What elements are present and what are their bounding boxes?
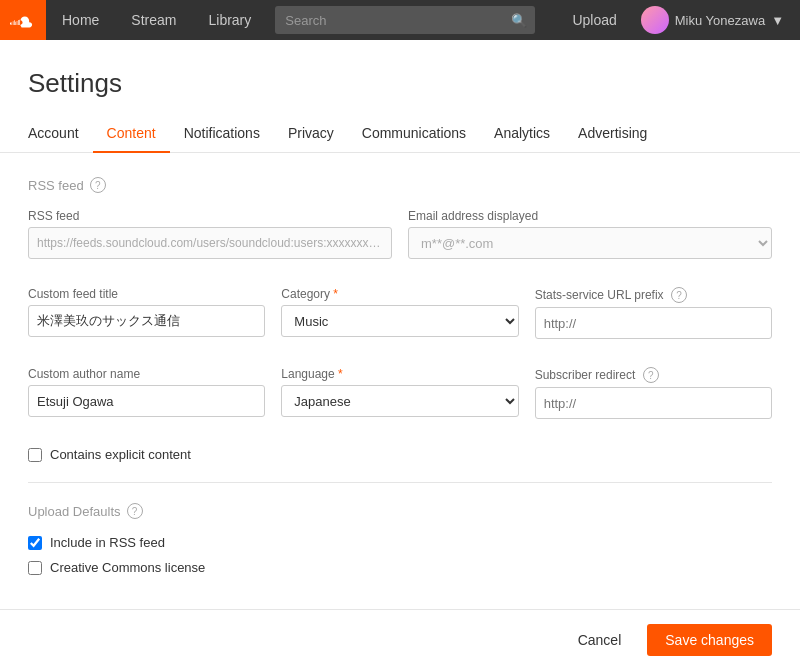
author-language-redirect-row: Custom author name Language * Japanese E… <box>28 367 772 433</box>
nav-library[interactable]: Library <box>192 0 267 40</box>
cancel-button[interactable]: Cancel <box>566 624 634 656</box>
custom-author-input[interactable] <box>28 385 265 417</box>
rss-section-title: RSS feed <box>28 178 84 193</box>
tab-privacy[interactable]: Privacy <box>274 115 348 153</box>
explicit-content-label-text: Contains explicit content <box>50 447 191 462</box>
nav-stream[interactable]: Stream <box>115 0 192 40</box>
tab-advertising[interactable]: Advertising <box>564 115 661 153</box>
custom-author-label: Custom author name <box>28 367 265 381</box>
tab-analytics[interactable]: Analytics <box>480 115 564 153</box>
upload-defaults-title: Upload Defaults <box>28 504 121 519</box>
category-group: Category * Music Arts Business Comedy Ed… <box>281 287 518 339</box>
search-icon: 🔍 <box>511 13 527 28</box>
include-rss-label-text: Include in RSS feed <box>50 535 165 550</box>
soundcloud-logo[interactable] <box>0 0 46 40</box>
username-label: Miku Yonezawa <box>675 13 765 28</box>
upload-button[interactable]: Upload <box>556 12 632 28</box>
custom-feed-title-group: Custom feed title <box>28 287 265 339</box>
language-label: Language * <box>281 367 518 381</box>
nav-links: Home Stream Library <box>46 0 267 40</box>
rss-url-email-row: RSS feed Email address displayed m**@**.… <box>28 209 772 273</box>
explicit-content-checkbox-label[interactable]: Contains explicit content <box>28 447 772 462</box>
language-group: Language * Japanese English German Frenc… <box>281 367 518 419</box>
nav-right: Upload Miku Yonezawa ▼ <box>556 0 800 40</box>
tab-content[interactable]: Content <box>93 115 170 153</box>
stats-url-label: Stats-service URL prefix ? <box>535 287 772 303</box>
subscriber-redirect-input[interactable] <box>535 387 772 419</box>
section-divider <box>28 482 772 483</box>
creative-commons-checkbox-label[interactable]: Creative Commons license <box>28 560 772 575</box>
title-category-stats-row: Custom feed title Category * Music Arts … <box>28 287 772 353</box>
subscriber-redirect-group: Subscriber redirect ? <box>535 367 772 419</box>
category-select[interactable]: Music Arts Business Comedy Education Tec… <box>281 305 518 337</box>
main-content: Settings Account Content Notifications P… <box>0 40 800 659</box>
rss-help-icon[interactable]: ? <box>90 177 106 193</box>
email-select-wrapper: m**@**.com <box>408 227 772 259</box>
settings-body: RSS feed ? RSS feed Email address displa… <box>0 153 800 609</box>
nav-home[interactable]: Home <box>46 0 115 40</box>
search-bar: 🔍 <box>275 6 535 34</box>
upload-defaults-header: Upload Defaults ? <box>28 503 772 519</box>
user-menu[interactable]: Miku Yonezawa ▼ <box>633 6 792 34</box>
email-address-field-group: Email address displayed m**@**.com <box>408 209 772 259</box>
include-rss-checkbox[interactable] <box>28 536 42 550</box>
creative-commons-checkbox[interactable] <box>28 561 42 575</box>
stats-url-help-icon[interactable]: ? <box>671 287 687 303</box>
page-title: Settings <box>28 68 772 99</box>
stats-url-group: Stats-service URL prefix ? <box>535 287 772 339</box>
search-input[interactable] <box>275 6 535 34</box>
tab-notifications[interactable]: Notifications <box>170 115 274 153</box>
top-navigation: Home Stream Library 🔍 Upload Miku Yoneza… <box>0 0 800 40</box>
subscriber-redirect-help-icon[interactable]: ? <box>643 367 659 383</box>
custom-feed-title-label: Custom feed title <box>28 287 265 301</box>
email-address-select[interactable]: m**@**.com <box>408 227 772 259</box>
user-avatar <box>641 6 669 34</box>
tab-communications[interactable]: Communications <box>348 115 480 153</box>
rss-feed-field-group: RSS feed <box>28 209 392 259</box>
include-rss-checkbox-label[interactable]: Include in RSS feed <box>28 535 772 550</box>
rss-feed-section-header: RSS feed ? <box>28 177 772 193</box>
save-changes-button[interactable]: Save changes <box>647 624 772 656</box>
email-address-label: Email address displayed <box>408 209 772 223</box>
chevron-down-icon: ▼ <box>771 13 784 28</box>
rss-feed-input[interactable] <box>28 227 392 259</box>
custom-feed-title-input[interactable] <box>28 305 265 337</box>
creative-commons-label-text: Creative Commons license <box>50 560 205 575</box>
explicit-content-checkbox[interactable] <box>28 448 42 462</box>
settings-tabs: Account Content Notifications Privacy Co… <box>0 115 800 153</box>
settings-header: Settings <box>0 40 800 99</box>
language-select[interactable]: Japanese English German French Spanish <box>281 385 518 417</box>
settings-footer: Cancel Save changes <box>0 609 800 659</box>
rss-feed-label: RSS feed <box>28 209 392 223</box>
upload-defaults-help-icon[interactable]: ? <box>127 503 143 519</box>
subscriber-redirect-label: Subscriber redirect ? <box>535 367 772 383</box>
custom-author-group: Custom author name <box>28 367 265 419</box>
tab-account[interactable]: Account <box>28 115 93 153</box>
stats-url-input[interactable] <box>535 307 772 339</box>
category-label: Category * <box>281 287 518 301</box>
